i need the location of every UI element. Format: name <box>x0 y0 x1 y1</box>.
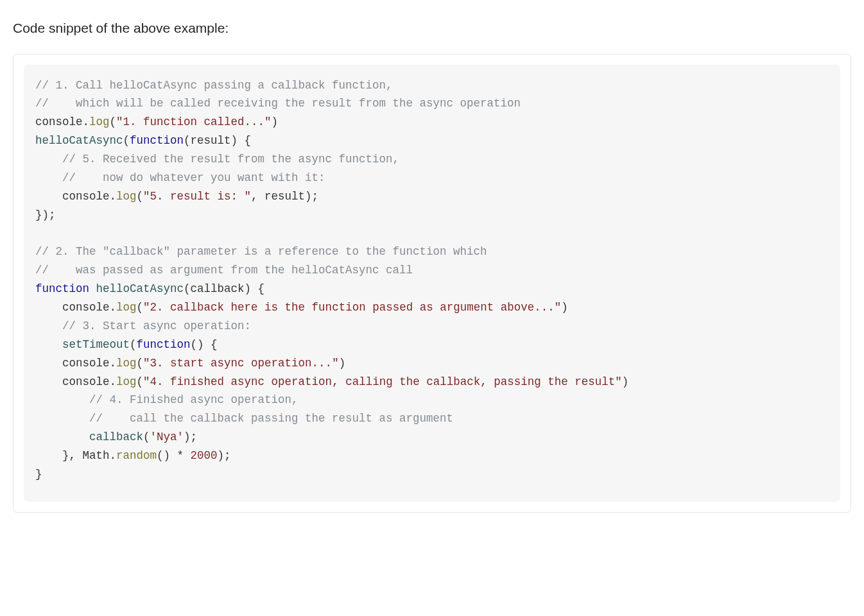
code-token: }, <box>35 449 83 462</box>
code-token: } <box>35 468 42 481</box>
code-token: callback <box>89 431 143 443</box>
code-token: ( <box>143 431 150 443</box>
code-token: () * <box>157 449 191 462</box>
code-token <box>89 282 96 295</box>
code-token: log <box>116 357 137 370</box>
code-token: console <box>62 375 110 388</box>
code-token: ) <box>622 375 629 388</box>
code-token: function <box>35 282 89 295</box>
code-token: // call the callback passing the result … <box>35 412 453 425</box>
code-token: "1. function called..." <box>116 116 272 128</box>
code-token: . <box>83 116 90 128</box>
code-token: ( <box>137 357 144 370</box>
code-token: // 4. Finished async operation, <box>35 393 298 406</box>
code-token: , result); <box>251 190 318 203</box>
code-token: console <box>62 190 110 203</box>
code-token: }); <box>35 209 56 221</box>
code-token: "4. finished async operation, calling th… <box>143 375 622 388</box>
code-token: // 5. Received the result from the async… <box>35 153 399 166</box>
code-token: (callback) { <box>184 282 264 295</box>
code-token: ( <box>137 190 144 203</box>
code-block[interactable]: // 1. Call helloCatAsync passing a callb… <box>24 65 840 502</box>
code-token: log <box>116 301 137 314</box>
code-token: ) <box>339 357 346 370</box>
code-token: "2. callback here is the function passed… <box>143 301 561 314</box>
code-token: Math <box>83 449 110 462</box>
code-token: 'Nya' <box>150 431 184 443</box>
code-token: console <box>62 301 110 314</box>
code-token: ( <box>137 301 144 314</box>
code-token: ); <box>184 431 197 443</box>
code-token: . <box>110 301 117 314</box>
code-token: ) <box>272 116 279 128</box>
code-token: "5. result is: " <box>143 190 251 203</box>
code-token: "3. start async operation..." <box>143 357 339 370</box>
intro-text: Code snippet of the above example: <box>13 18 851 38</box>
code-token: // 3. Start async operation: <box>35 320 251 332</box>
code-token: // 1. Call helloCatAsync passing a callb… <box>35 79 393 92</box>
code-token: . <box>110 449 117 462</box>
code-token: (result) { <box>184 134 251 147</box>
code-token: ( <box>137 375 144 388</box>
code-token: // 2. The "callback" parameter is a refe… <box>35 245 487 258</box>
code-token <box>35 338 62 351</box>
code-token: ( <box>130 338 137 351</box>
code-token: () { <box>191 338 218 351</box>
code-token: log <box>116 375 137 388</box>
code-token <box>35 190 62 203</box>
code-token: . <box>110 357 117 370</box>
code-token: function <box>130 134 184 147</box>
code-token <box>35 357 62 370</box>
code-token <box>35 301 62 314</box>
page-root: Code snippet of the above example: // 1.… <box>0 0 864 538</box>
code-token: console <box>62 357 110 370</box>
code-token: . <box>110 190 117 203</box>
code-token: helloCatAsync <box>35 134 123 147</box>
code-token <box>35 375 62 388</box>
code-token: ( <box>123 134 130 147</box>
code-token: setTimeout <box>62 338 130 351</box>
code-token: ) <box>561 301 568 314</box>
code-token: ( <box>110 116 117 128</box>
code-token: helloCatAsync <box>96 282 184 295</box>
code-token: log <box>116 190 137 203</box>
code-token: random <box>116 449 157 462</box>
code-token: // was passed as argument from the hello… <box>35 264 413 277</box>
code-token <box>35 431 89 443</box>
code-token: function <box>137 338 191 351</box>
code-token: ); <box>218 449 231 462</box>
code-token: log <box>89 116 110 128</box>
code-token: // now do whatever you want with it: <box>35 171 325 184</box>
code-token: // which will be called receiving the re… <box>35 97 521 110</box>
code-content: // 1. Call helloCatAsync passing a callb… <box>35 76 829 484</box>
snippet-container: // 1. Call helloCatAsync passing a callb… <box>13 54 851 513</box>
code-token: . <box>110 375 117 388</box>
code-token: console <box>35 116 83 128</box>
code-token: 2000 <box>191 449 218 462</box>
